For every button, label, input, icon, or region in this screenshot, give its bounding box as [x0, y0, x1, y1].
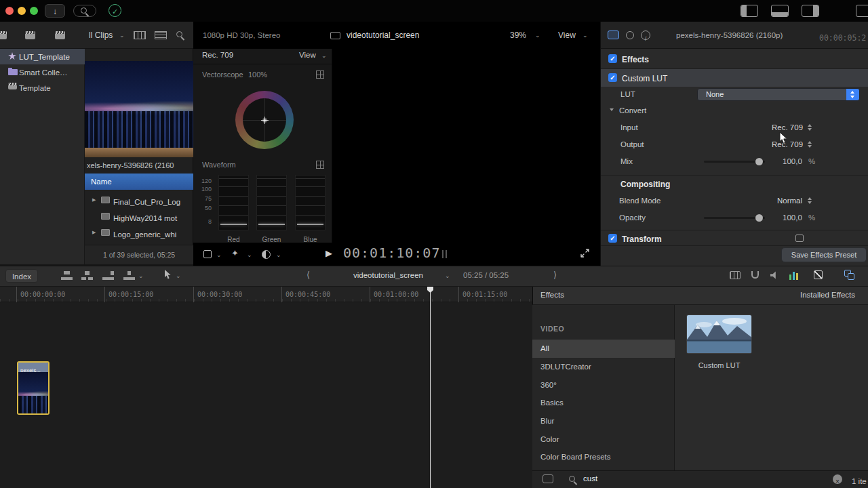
mix-slider-knob[interactable]: [755, 158, 763, 165]
clips-filter-dropdown[interactable]: ll Clips: [89, 30, 113, 40]
transform-checkbox[interactable]: ✓: [608, 234, 617, 243]
effects-category[interactable]: Basics: [532, 394, 675, 412]
convert-disclosure-icon[interactable]: [610, 108, 614, 111]
opacity-slider[interactable]: [704, 217, 765, 219]
snapping-toggle[interactable]: [751, 271, 759, 279]
filmstrip-view-button[interactable]: [134, 31, 146, 39]
mini-audio-meter[interactable]: [442, 250, 443, 258]
filmstrip-second-frame[interactable]: [85, 148, 193, 157]
viewer-timecode[interactable]: 00:01:10:07: [343, 246, 440, 260]
browser-name-column-header[interactable]: Name: [85, 174, 193, 190]
arrow-tool[interactable]: [164, 270, 172, 280]
event-clapper-icon-2[interactable]: [55, 31, 65, 39]
browser-row[interactable]: ▶ Final_Cut_Pro_Log: [85, 192, 193, 208]
playhead[interactable]: [430, 287, 431, 488]
titlebar-search-button[interactable]: [73, 5, 96, 17]
lut-popup[interactable]: None: [697, 88, 860, 101]
workspace-timeline-toggle[interactable]: [771, 5, 789, 17]
effects-loop-toggle[interactable]: [542, 474, 553, 483]
effects-browser-button-front[interactable]: [848, 273, 854, 280]
effects-checkbox[interactable]: ✓: [608, 54, 617, 63]
index-button[interactable]: Index: [5, 269, 38, 283]
browser-row[interactable]: HighWay2014 mot: [85, 208, 193, 224]
expand-viewer-icon[interactable]: [580, 248, 590, 258]
save-effects-preset-button[interactable]: Save Effects Preset: [781, 247, 867, 262]
audio-meters-button[interactable]: [789, 270, 800, 280]
effects-category[interactable]: Color: [532, 430, 675, 449]
scopes-view-dropdown[interactable]: View: [299, 51, 316, 60]
chevron-down-icon[interactable]: ⌄: [276, 252, 281, 258]
event-clapper-icon[interactable]: [0, 31, 7, 39]
overwrite-clip-tool[interactable]: [123, 271, 135, 280]
waveform-settings-icon[interactable]: [316, 161, 324, 169]
blend-mode-label: Blend Mode: [619, 197, 660, 206]
workspace-browser-toggle[interactable]: [741, 5, 758, 17]
effect-thumbnail-custom-lut[interactable]: [686, 314, 752, 354]
retime-button[interactable]: [262, 250, 271, 259]
waveform-scale-label: 50: [197, 201, 212, 213]
mix-slider[interactable]: [704, 161, 765, 163]
browser-row[interactable]: ▶ Logo_generic_whi: [85, 224, 193, 241]
clip-filmstrip-preview[interactable]: [85, 61, 193, 148]
mini-audio-meter[interactable]: [446, 250, 447, 258]
list-view-button[interactable]: [155, 31, 167, 39]
stepper-arrows-icon[interactable]: [808, 197, 812, 205]
timeline-area[interactable]: [0, 302, 532, 488]
display-icon[interactable]: [330, 32, 340, 39]
transform-crop-button[interactable]: [203, 250, 212, 258]
effects-category[interactable]: 360°: [532, 376, 675, 394]
viewer-view-dropdown[interactable]: View: [558, 30, 576, 40]
append-clip-tool[interactable]: [102, 271, 114, 280]
chevron-down-icon[interactable]: ⌄: [247, 252, 252, 258]
timeline-history-forward[interactable]: ⟩: [553, 270, 557, 279]
close-button[interactable]: [5, 7, 14, 15]
share-button[interactable]: [856, 5, 868, 17]
connect-clip-tool[interactable]: [61, 271, 73, 280]
video-inspector-tab[interactable]: [608, 30, 619, 39]
timeline-clip[interactable]: pexels...: [17, 361, 50, 415]
timeline-history-back[interactable]: ⟨: [307, 270, 310, 279]
viewer-panel[interactable]: [332, 49, 600, 243]
vectorscope-settings-icon[interactable]: [316, 70, 324, 79]
onscreen-controls-button[interactable]: [795, 235, 804, 242]
import-media-button[interactable]: ↓: [45, 4, 65, 18]
play-button[interactable]: ▶: [326, 249, 332, 258]
disclosure-icon[interactable]: ▶: [92, 230, 96, 235]
effects-category[interactable]: Blur: [532, 412, 675, 430]
effects-category[interactable]: Color Board Presets: [532, 448, 675, 466]
effects-category[interactable]: 3DLUTCreator: [532, 358, 675, 376]
ruler-label: 00:00:45:00: [285, 291, 330, 298]
chevron-down-icon[interactable]: ⌄: [216, 252, 222, 258]
custom-lut-label: Custom LUT: [622, 74, 667, 83]
info-inspector-tab[interactable]: i: [641, 30, 650, 40]
timeline-ruler[interactable]: [0, 287, 532, 302]
effects-category-all[interactable]: All: [532, 340, 675, 358]
blend-mode-popup[interactable]: Normal: [777, 197, 802, 206]
disclosure-icon[interactable]: ▶: [92, 197, 96, 203]
new-event-clapper-icon[interactable]: [25, 31, 35, 39]
chevron-down-icon[interactable]: ⌄: [176, 273, 181, 279]
opacity-value[interactable]: 100,0: [783, 214, 802, 223]
browser-search-icon[interactable]: [176, 31, 182, 37]
skimming-toggle[interactable]: [730, 271, 741, 279]
color-inspector-tab[interactable]: [626, 31, 634, 39]
insert-clip-tool[interactable]: [81, 271, 93, 280]
custom-lut-checkbox[interactable]: ✓: [608, 73, 617, 82]
divider: [193, 64, 332, 64]
effects-wand-button[interactable]: ✦: [231, 249, 239, 258]
stepper-arrows-icon[interactable]: [808, 124, 812, 131]
chevron-down-icon[interactable]: ⌄: [138, 273, 144, 279]
opacity-slider-knob[interactable]: [755, 214, 763, 222]
effects-search-input[interactable]: cust: [583, 474, 597, 484]
mix-value[interactable]: 100,0: [783, 157, 802, 167]
timeline-project-dropdown[interactable]: videotutorial_screen: [353, 271, 423, 281]
browser-row-label-wrap: HighWay2014 mot: [113, 211, 191, 224]
transitions-browser-button[interactable]: [814, 270, 823, 279]
stepper-arrows-icon[interactable]: [808, 141, 812, 148]
minimize-button[interactable]: [18, 7, 26, 15]
workspace-inspector-toggle[interactable]: [802, 5, 819, 17]
viewer-zoom-dropdown[interactable]: 39%: [510, 30, 526, 40]
zoom-button[interactable]: [30, 7, 38, 15]
background-tasks-button[interactable]: ✓: [108, 4, 121, 17]
clear-search-button[interactable]: ×: [833, 474, 842, 484]
